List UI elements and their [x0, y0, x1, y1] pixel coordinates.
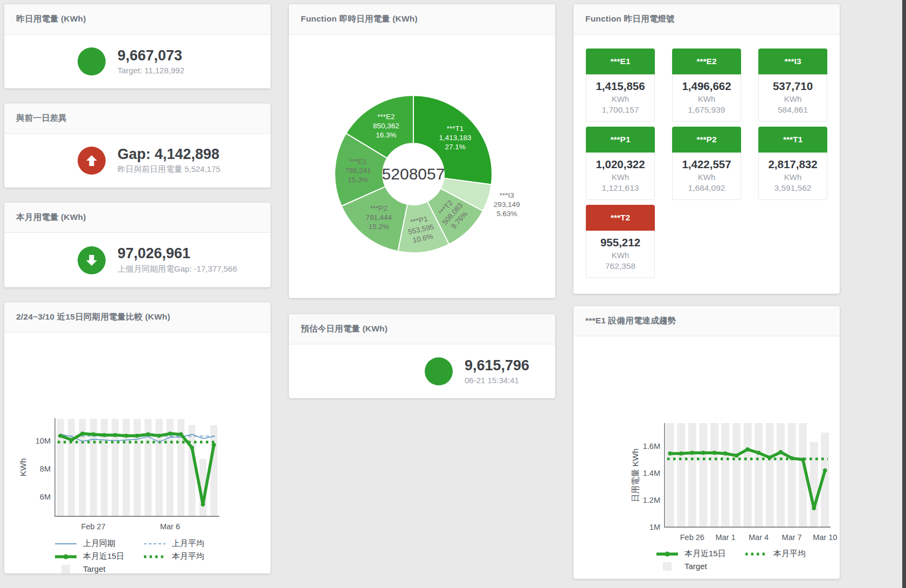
tile-target-value: 584,861: [760, 105, 826, 115]
tile-body: 1,496,662KWh1,675,939: [672, 74, 741, 122]
card-realtime-donut: Function 即時日用電量 (KWh) ***T11,413,18327.1…: [289, 4, 555, 298]
legend-item[interactable]: Target: [54, 564, 125, 573]
tile-unit: KWh: [760, 94, 826, 103]
legend-swatch-icon: [54, 539, 78, 548]
series-point: [212, 443, 216, 447]
legend-label: Target: [684, 562, 707, 571]
tile-unit: KWh: [587, 172, 653, 182]
series-point: [745, 447, 750, 452]
y-tick-label: 1.6M: [643, 442, 660, 451]
target-bar: [755, 423, 763, 527]
target-bar: [766, 423, 774, 527]
status-tile: ***P21,422,557KWh1,684,092: [672, 127, 741, 200]
legend-item[interactable]: Target: [655, 562, 726, 571]
target-bar: [156, 419, 163, 516]
status-tile: ***E21,496,662KWh1,675,939: [672, 49, 741, 122]
legend-label: 本月近15日: [83, 551, 125, 562]
stat-text: 9,667,073 Target: 11,128,992: [117, 48, 184, 75]
x-tick-label: Mar 4: [749, 533, 769, 542]
card-header: Function 昨日用電燈號: [573, 4, 840, 34]
y-tick-label: 1.2M: [643, 496, 660, 504]
card-15day-comparison-chart: 2/24~3/10 近15日同期用電量比較 (KWh) 6M8M10MFeb 2…: [4, 302, 271, 573]
y-tick-label: 6M: [40, 493, 51, 501]
status-tile: ***P11,020,322KWh1,121,613: [586, 127, 655, 200]
status-tile: ***T12,817,832KWh3,591,562: [758, 127, 827, 200]
status-circle-icon: [425, 357, 453, 385]
series-point: [735, 453, 739, 458]
tile-header: ***T2: [586, 205, 655, 231]
stat-value: Gap: 4,142,898: [117, 147, 220, 163]
legend-item[interactable]: 本月近15日: [655, 549, 726, 559]
legend-item[interactable]: 上月同期: [54, 538, 125, 549]
tile-target-value: 3,591,562: [760, 183, 826, 193]
tile-value: 1,496,662: [674, 80, 739, 93]
card-title: Function 即時日用電量 (KWh): [301, 13, 418, 25]
card-header: Function 即時日用電量 (KWh): [289, 4, 555, 34]
card-header: 昨日用電量 (KWh): [4, 4, 271, 34]
legend-item[interactable]: 上月平均: [143, 538, 204, 549]
target-bar: [710, 423, 718, 527]
tile-body: 1,415,856KWh1,700,157: [586, 74, 655, 122]
tile-target-value: 762,358: [587, 261, 653, 271]
legend-label: Target: [83, 564, 106, 573]
tile-header: ***P1: [586, 127, 655, 153]
card-header: 預估今日用電量 (KWh): [289, 314, 555, 344]
tile-value: 1,415,856: [587, 80, 653, 93]
tile-target-value: 1,675,939: [674, 105, 739, 115]
legend-item[interactable]: 本月平均: [744, 549, 806, 559]
stat-value: 97,026,961: [117, 246, 237, 262]
e1-trend-line-chart: 1M1.2M1.4M1.6MFeb 26Mar 1Mar 4Mar 7Mar 1…: [573, 336, 840, 547]
card-body: 97,026,961 上個月同期用電Gap: -17,377,566: [4, 233, 271, 287]
vertical-scrollbar[interactable]: [902, 0, 906, 588]
y-tick-label: 1.4M: [643, 469, 660, 478]
tile-target-value: 1,700,157: [587, 105, 653, 115]
card-title: Function 昨日用電燈號: [585, 13, 675, 25]
target-bar: [721, 423, 729, 527]
series-point: [113, 433, 117, 437]
series-point: [690, 451, 695, 455]
card-header: 與前一日差異: [4, 103, 271, 134]
legend-swatch-icon: [54, 552, 78, 561]
series-point: [668, 452, 672, 456]
x-tick-label: Mar 10: [813, 533, 837, 542]
tile-header: ***T1: [758, 127, 827, 153]
series-point: [701, 451, 706, 455]
energy-dashboard: 昨日用電量 (KWh) 9,667,073 Target: 11,128,992…: [0, 0, 906, 588]
tile-header: ***I3: [758, 49, 827, 74]
target-bar: [732, 423, 741, 527]
target-bar: [210, 425, 217, 516]
tile-unit: KWh: [587, 94, 653, 103]
tile-header: ***E2: [672, 49, 741, 74]
x-tick-label: Feb 27: [81, 522, 106, 531]
legend-item[interactable]: 本月近15日: [54, 551, 125, 562]
tile-value: 537,710: [760, 80, 826, 93]
series-point: [124, 434, 128, 438]
target-bar: [699, 423, 707, 527]
card-header: ***E1 設備用電達成趨勢: [573, 306, 840, 336]
card-title: ***E1 設備用電達成趨勢: [585, 315, 676, 327]
legend-item[interactable]: 本月平均: [143, 551, 204, 562]
tile-body: 537,710KWh584,861: [758, 74, 827, 122]
target-bar: [134, 419, 141, 516]
card-title: 昨日用電量 (KWh): [16, 13, 86, 25]
card-today-estimate: 預估今日用電量 (KWh) 9,615,796 06-21 15:34:41: [289, 314, 555, 398]
tile-value: 1,422,557: [674, 158, 739, 171]
y-tick-label: 8M: [40, 465, 51, 473]
chart-legend: 本月近15日本月平均Target: [655, 549, 840, 571]
tile-unit: KWh: [674, 172, 739, 182]
chart-legend: 上月同期上月平均本月近15日本月平均Target: [54, 538, 271, 573]
legend-swatch-icon: [655, 550, 679, 558]
card-title: 2/24~3/10 近15日同期用電量比較 (KWh): [16, 312, 170, 323]
series-point: [91, 432, 95, 437]
legend-label: 本月平均: [773, 549, 806, 559]
y-axis-label: 日用電量 KWh: [631, 448, 640, 502]
donut-center-total: 5208057: [382, 165, 445, 183]
legend-label: 上月平均: [172, 538, 204, 549]
series-point: [146, 432, 150, 437]
series-point: [823, 468, 827, 473]
status-tile: ***T2955,212KWh762,358: [586, 205, 655, 278]
legend-label: 本月平均: [172, 551, 204, 562]
card-day-gap: 與前一日差異 Gap: 4,142,898 昨日與前日用電量 5,524,175: [4, 103, 271, 188]
series-point: [70, 438, 74, 442]
series-point: [790, 456, 794, 460]
